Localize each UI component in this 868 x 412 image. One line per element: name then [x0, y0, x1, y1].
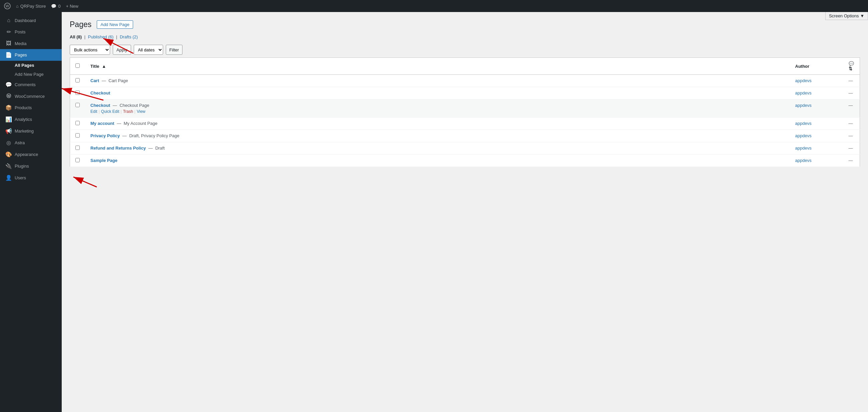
col-title[interactable]: Title ▲	[85, 58, 790, 75]
row-checkbox[interactable]	[75, 133, 80, 138]
page-title-link[interactable]: Sample Page	[90, 158, 117, 163]
row-comments-cell: —	[843, 130, 860, 142]
filter-links: All (8) | Published (6) | Drafts (2)	[70, 34, 860, 39]
row-comments-cell: —	[843, 118, 860, 130]
sidebar-item-marketing[interactable]: 📢 Marketing	[0, 125, 62, 137]
author-link[interactable]: appdevs	[795, 133, 812, 138]
author-link[interactable]: appdevs	[795, 90, 812, 95]
row-title: Checkout	[90, 90, 784, 95]
row-author-cell: appdevs	[790, 87, 843, 99]
filter-published[interactable]: Published (6)	[88, 34, 114, 39]
sidebar-item-astra[interactable]: ◎ Astra	[0, 137, 62, 149]
submenu-add-new-page[interactable]: Add New Page	[0, 70, 62, 79]
sidebar-item-products[interactable]: 📦 Products	[0, 102, 62, 114]
published-count: (6)	[108, 34, 114, 39]
page-title-link[interactable]: Checkout	[90, 103, 110, 108]
sidebar-item-plugins[interactable]: 🔌 Plugins	[0, 160, 62, 172]
page-title-link[interactable]: Checkout	[90, 90, 110, 95]
sidebar-item-label: WooCommerce	[15, 94, 45, 99]
sidebar-item-pages[interactable]: 📄 Pages	[0, 49, 62, 61]
table-row: Checkoutappdevs—	[70, 87, 860, 99]
page-title-link[interactable]: Cart	[90, 78, 99, 83]
row-title: My account — My Account Page	[90, 121, 784, 126]
sidebar-item-posts[interactable]: ✏ Posts	[0, 26, 62, 38]
sep2: |	[116, 34, 118, 39]
sidebar-item-comments[interactable]: 💬 Comments	[0, 79, 62, 90]
astra-icon: ◎	[5, 140, 12, 146]
row-checkbox[interactable]	[75, 158, 80, 162]
sidebar-item-label: Pages	[15, 52, 27, 57]
pages-submenu: All Pages Add New Page	[0, 61, 62, 79]
sidebar-item-label: Media	[15, 41, 26, 46]
site-name-button[interactable]: ⌂ QRPay Store	[16, 4, 46, 9]
main-layout: ⌂ Dashboard ✏ Posts 🖼 Media 📄 Pages All …	[0, 12, 868, 412]
sidebar-item-users[interactable]: 👤 Users	[0, 172, 62, 184]
filter-all[interactable]: All (8)	[70, 34, 82, 39]
sidebar-item-analytics[interactable]: 📊 Analytics	[0, 114, 62, 125]
row-action-view[interactable]: View	[137, 109, 146, 114]
screen-options-button[interactable]: Screen Options ▼	[825, 12, 868, 20]
row-title-cell: Sample Page	[85, 154, 790, 167]
svg-text:W: W	[6, 4, 9, 8]
row-action-edit[interactable]: Edit	[90, 109, 97, 114]
row-checkbox[interactable]	[75, 90, 80, 95]
drafts-count: (2)	[132, 34, 138, 39]
comments-button[interactable]: 💬 0	[51, 4, 60, 9]
page-title: Pages	[70, 20, 91, 29]
new-content-button[interactable]: + New	[66, 4, 79, 9]
row-action-quick-edit[interactable]: Quick Edit	[101, 109, 119, 114]
sidebar-item-label: Users	[15, 175, 26, 180]
row-title-cell: Cart — Cart Page	[85, 75, 790, 87]
row-checkbox[interactable]	[75, 103, 80, 107]
col-comments[interactable]: 💬 ⇅	[843, 58, 860, 75]
author-link[interactable]: appdevs	[795, 158, 812, 163]
filter-button[interactable]: Filter	[166, 45, 183, 55]
row-action-trash[interactable]: Trash	[123, 109, 133, 114]
page-title-link[interactable]: Refund and Returns Policy	[90, 146, 146, 151]
main-content: Screen Options ▼ Pages Add New Page All …	[62, 12, 868, 412]
sidebar-item-label: Posts	[15, 29, 26, 34]
add-new-page-button[interactable]: Add New Page	[97, 20, 133, 29]
filter-drafts[interactable]: Drafts (2)	[120, 34, 138, 39]
row-comments-cell: —	[843, 142, 860, 154]
sidebar-item-label: Astra	[15, 140, 25, 145]
author-link[interactable]: appdevs	[795, 78, 812, 83]
sidebar-item-label: Comments	[15, 82, 36, 87]
table-row: Sample Pageappdevs—	[70, 154, 860, 167]
row-author-cell: appdevs	[790, 154, 843, 167]
row-title-cell: My account — My Account Page	[85, 118, 790, 130]
bulk-actions-select[interactable]: Bulk actions Edit Move to Trash	[70, 45, 110, 55]
table-row: Cart — Cart Pageappdevs—	[70, 75, 860, 87]
sidebar-item-appearance[interactable]: 🎨 Appearance	[0, 149, 62, 160]
author-link[interactable]: appdevs	[795, 146, 812, 151]
appearance-icon: 🎨	[5, 151, 12, 157]
marketing-icon: 📢	[5, 128, 12, 134]
woocommerce-icon: Ⓦ	[5, 93, 12, 99]
row-checkbox[interactable]	[75, 121, 80, 125]
row-title-cell: Checkout	[85, 87, 790, 99]
sidebar-item-dashboard[interactable]: ⌂ Dashboard	[0, 15, 62, 26]
author-link[interactable]: appdevs	[795, 121, 812, 126]
dashboard-icon: ⌂	[5, 17, 12, 23]
row-author-cell: appdevs	[790, 130, 843, 142]
author-link[interactable]: appdevs	[795, 103, 812, 108]
row-actions: Edit | Quick Edit | Trash | View	[90, 109, 784, 114]
sidebar-item-media[interactable]: 🖼 Media	[0, 38, 62, 49]
date-filter-select[interactable]: All dates	[134, 45, 163, 55]
page-title-link[interactable]: Privacy Policy	[90, 133, 120, 138]
table-row: Refund and Returns Policy — Draftappdevs…	[70, 142, 860, 154]
row-checkbox[interactable]	[75, 146, 80, 150]
sidebar-item-woocommerce[interactable]: Ⓦ WooCommerce	[0, 90, 62, 102]
page-title-link[interactable]: My account	[90, 121, 115, 126]
col-author[interactable]: Author	[790, 58, 843, 75]
row-checkbox[interactable]	[75, 78, 80, 83]
apply-button[interactable]: Apply	[113, 45, 131, 55]
col-checkbox	[70, 58, 85, 75]
posts-icon: ✏	[5, 29, 12, 35]
wp-logo-button[interactable]: W	[4, 3, 11, 9]
row-author-cell: appdevs	[790, 142, 843, 154]
row-title: Privacy Policy — Draft, Privacy Policy P…	[90, 133, 784, 138]
submenu-all-pages[interactable]: All Pages	[0, 61, 62, 70]
admin-bar: W ⌂ QRPay Store 💬 0 + New	[0, 0, 868, 12]
select-all-checkbox[interactable]	[75, 63, 80, 68]
